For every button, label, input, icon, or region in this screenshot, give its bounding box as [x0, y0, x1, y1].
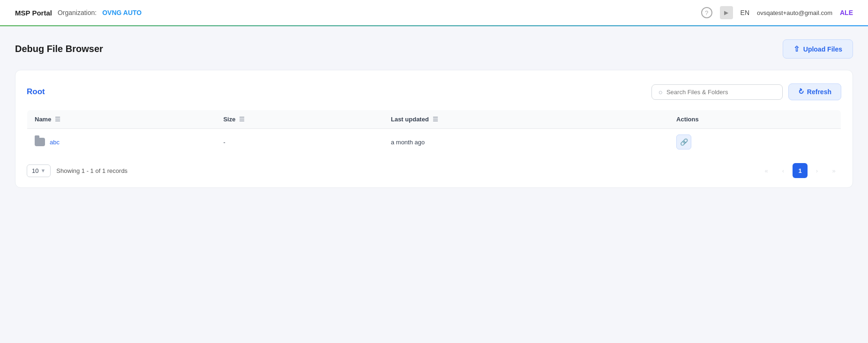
page-title: Debug File Browser	[15, 44, 103, 54]
file-browser-card: Root ○ ↻ Refresh Name ☰	[15, 70, 853, 188]
header: MSP Portal Organization: OVNG AUTO ? ▶ E…	[0, 0, 868, 26]
header-left: MSP Portal Organization: OVNG AUTO	[15, 9, 694, 17]
search-input[interactable]	[666, 89, 776, 96]
last-page-button[interactable]: »	[826, 163, 841, 178]
chevron-down-icon: ▼	[40, 168, 45, 173]
main-content: Debug File Browser ⇧ Upload Files Root ○…	[0, 26, 868, 197]
table-row: abc - a month ago 🔗	[27, 129, 841, 156]
file-name[interactable]: abc	[50, 139, 60, 146]
refresh-button[interactable]: ↻ Refresh	[788, 83, 841, 100]
card-toolbar: Root ○ ↻ Refresh	[27, 83, 841, 100]
org-label: Organization:	[58, 9, 97, 16]
prev-page-button[interactable]: ‹	[776, 163, 791, 178]
file-name-inner: abc	[35, 138, 208, 146]
file-last-updated-cell: a month ago	[383, 129, 669, 156]
file-table: Name ☰ Size ☰ Last updated ☰	[27, 110, 841, 156]
header-right: ? ▶ EN ovsqatest+auto@gmail.com ALE	[701, 6, 853, 19]
user-email: ovsqatest+auto@gmail.com	[757, 9, 832, 16]
page-size-select[interactable]: 10 ▼	[27, 164, 51, 177]
col-menu-size[interactable]: ☰	[239, 116, 245, 123]
first-page-button[interactable]: «	[759, 163, 774, 178]
col-header-name: Name ☰	[27, 110, 216, 129]
page-1-button[interactable]: 1	[793, 163, 808, 178]
page-header: Debug File Browser ⇧ Upload Files	[15, 39, 853, 59]
col-header-actions: Actions	[669, 110, 841, 129]
file-actions-cell: 🔗	[669, 129, 841, 156]
folder-icon	[35, 138, 45, 146]
language-selector[interactable]: EN	[741, 9, 749, 16]
upload-icon: ⇧	[793, 45, 800, 53]
toolbar-right: ○ ↻ Refresh	[651, 83, 841, 100]
user-abbreviation[interactable]: ALE	[840, 9, 853, 16]
search-box: ○	[651, 84, 783, 100]
page-size-value: 10	[32, 167, 38, 174]
help-icon[interactable]: ?	[701, 7, 712, 18]
root-label[interactable]: Root	[27, 87, 45, 97]
next-page-button[interactable]: ›	[809, 163, 824, 178]
refresh-icon: ↻	[796, 87, 806, 97]
pagination-controls: « ‹ 1 › »	[759, 163, 841, 178]
file-name-cell: abc	[27, 129, 216, 156]
col-menu-last-updated[interactable]: ☰	[433, 116, 438, 123]
action-link-button[interactable]: 🔗	[676, 134, 691, 149]
table-header-row: Name ☰ Size ☰ Last updated ☰	[27, 110, 841, 129]
records-info: Showing 1 - 1 of 1 records	[56, 167, 127, 174]
col-header-last-updated: Last updated ☰	[383, 110, 669, 129]
play-icon[interactable]: ▶	[720, 6, 733, 19]
org-name[interactable]: OVNG AUTO	[102, 9, 142, 16]
col-menu-name[interactable]: ☰	[55, 116, 60, 123]
upload-files-button[interactable]: ⇧ Upload Files	[783, 39, 853, 59]
app-name: MSP Portal	[15, 9, 52, 17]
pagination-row: 10 ▼ Showing 1 - 1 of 1 records « ‹ 1 › …	[27, 163, 841, 178]
link-icon: 🔗	[680, 138, 688, 146]
col-header-size: Size ☰	[216, 110, 383, 129]
file-size-cell: -	[216, 129, 383, 156]
search-icon: ○	[658, 88, 663, 96]
